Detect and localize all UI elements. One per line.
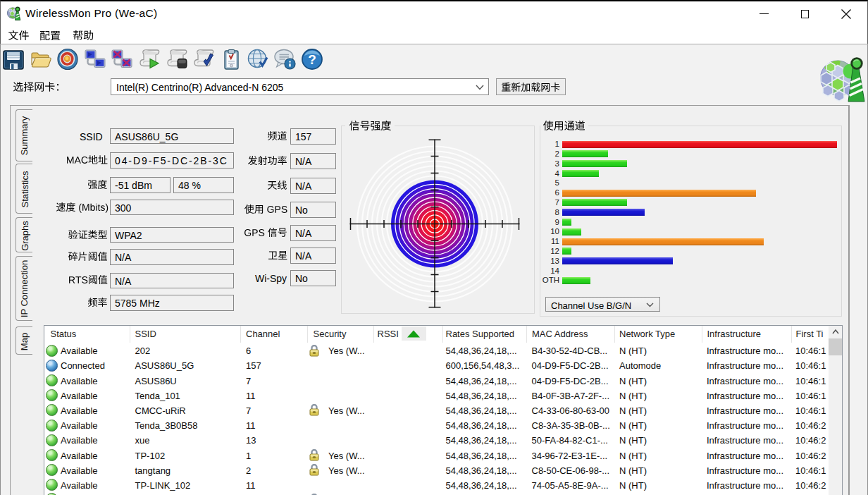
svg-text:?: ? bbox=[308, 52, 316, 67]
